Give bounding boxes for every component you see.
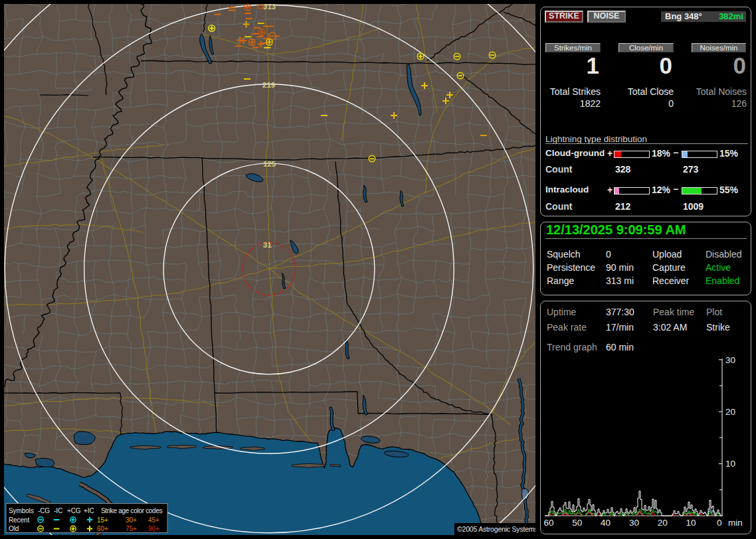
- svg-text:15+: 15+: [97, 516, 108, 524]
- svg-text:30: 30: [629, 518, 639, 528]
- svg-text:90+: 90+: [148, 525, 159, 532]
- svg-text:60+: 60+: [97, 525, 108, 532]
- svg-text:75+: 75+: [126, 525, 137, 532]
- svg-text:-CG: -CG: [38, 507, 50, 514]
- svg-text:40: 40: [601, 518, 611, 528]
- svg-text:31: 31: [263, 241, 272, 249]
- svg-text:50: 50: [572, 518, 582, 528]
- svg-text:125: 125: [263, 160, 276, 168]
- svg-text:30: 30: [725, 355, 735, 365]
- svg-text:10: 10: [725, 459, 735, 469]
- svg-text:60: 60: [543, 518, 553, 528]
- svg-text:Symbols: Symbols: [9, 507, 34, 514]
- svg-text:+IC: +IC: [84, 507, 94, 514]
- svg-text:10: 10: [686, 518, 696, 528]
- svg-text:30+: 30+: [126, 516, 137, 524]
- svg-text:45+: 45+: [148, 516, 159, 524]
- svg-text:+CG: +CG: [67, 507, 81, 514]
- svg-text:0: 0: [717, 518, 722, 528]
- svg-text:min: min: [728, 518, 743, 528]
- svg-text:Old: Old: [9, 525, 19, 532]
- svg-text:-IC: -IC: [54, 507, 62, 514]
- svg-text:20: 20: [725, 407, 735, 417]
- svg-text:219: 219: [262, 81, 275, 89]
- svg-text:20: 20: [658, 518, 668, 528]
- svg-text:Recent: Recent: [9, 516, 29, 524]
- svg-text:©2005 Astrogenic Systems: ©2005 Astrogenic Systems: [457, 525, 537, 533]
- svg-text:Strike age color codes: Strike age color codes: [101, 507, 163, 514]
